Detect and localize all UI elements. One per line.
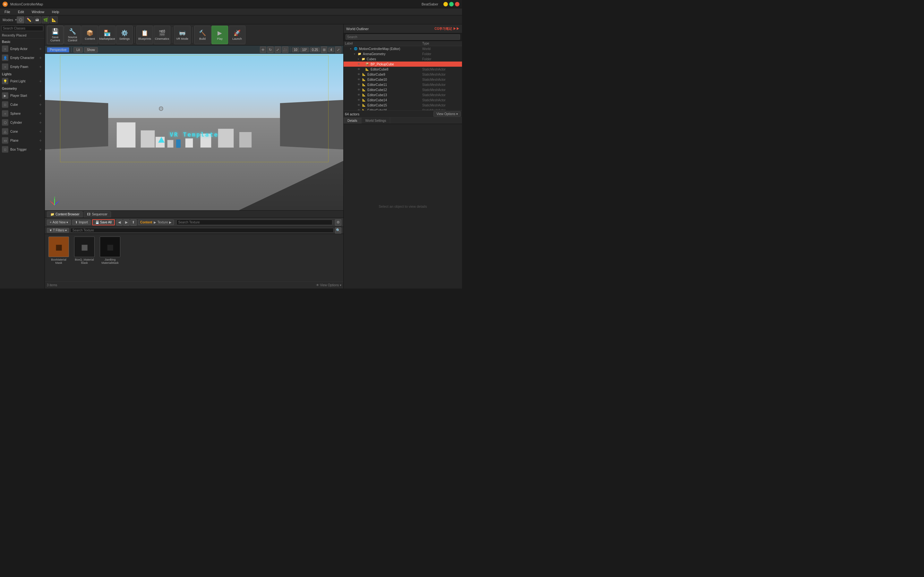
view-options-btn[interactable]: View Options ▾	[433, 111, 461, 117]
outliner-item-cube10[interactable]: 👁 📐 EditorCube10 StaticMeshActor	[344, 77, 462, 82]
category-lights[interactable]: Lights	[0, 71, 45, 77]
menu-help[interactable]: Help	[50, 9, 61, 15]
place-item-cone[interactable]: △ Cone +	[0, 127, 45, 136]
scale-snap-value[interactable]: 0.25	[310, 47, 320, 52]
vp-camera-btn[interactable]: 🎥	[282, 47, 288, 53]
plane-add[interactable]: +	[38, 138, 43, 143]
place-item-plane[interactable]: ▭ Plane +	[0, 136, 45, 145]
outliner-item-cube14[interactable]: 👁 📐 EditorCube14 StaticMeshActor	[344, 97, 462, 103]
place-item-player-start[interactable]: ▶ Player Start +	[0, 91, 45, 100]
mode-select-btn[interactable]: ⬡	[17, 16, 24, 23]
empty-pawn-add[interactable]: +	[38, 64, 43, 69]
cb-up-button[interactable]: ⬆	[130, 219, 137, 226]
content-button[interactable]: 📦 Content	[81, 26, 98, 44]
filter-search-btn[interactable]: 🔍	[335, 227, 341, 234]
outliner-item-cube8[interactable]: 👁 📐 EditorCube8 StaticMeshActor	[344, 67, 462, 72]
import-button[interactable]: ⬆ Import	[72, 219, 90, 225]
filter-search-input[interactable]	[70, 228, 334, 233]
category-basic[interactable]: Basic	[0, 39, 45, 44]
world-settings-tab[interactable]: World Settings	[362, 118, 391, 124]
vp-layer-btn[interactable]: ⊞	[321, 47, 327, 53]
minimize-button[interactable]	[443, 2, 448, 6]
empty-actor-icon: ○	[2, 45, 8, 52]
cb-back-button[interactable]: ◀	[116, 219, 123, 226]
cb-settings-button[interactable]: ⚙	[335, 219, 341, 226]
search-classes-input[interactable]	[1, 26, 43, 31]
outliner-item-bp-pickup[interactable]: 👁 📦 BP_PickupCube Edit BP_PickupCube	[344, 61, 462, 67]
player-start-add[interactable]: +	[38, 93, 43, 98]
menu-window[interactable]: Window	[30, 9, 46, 15]
content-item-2[interactable]: ◼ JianBing MaterialMask	[99, 237, 121, 264]
outliner-item-cube15[interactable]: 👁 📐 EditorCube15 StaticMeshActor	[344, 103, 462, 108]
outliner-item-cube12[interactable]: 👁 📐 EditorCube12 StaticMeshActor	[344, 87, 462, 92]
marketplace-button[interactable]: 🏪 Marketplace	[99, 26, 115, 44]
outliner-item-cube13[interactable]: 👁 📐 EditorCube13 StaticMeshActor	[344, 92, 462, 97]
view-options-button[interactable]: 👁 View Options ▾	[316, 284, 341, 287]
empty-actor-add[interactable]: +	[38, 47, 43, 51]
cb-forward-button[interactable]: ▶	[123, 219, 129, 226]
mode-paint-btn[interactable]: ✏️	[25, 16, 33, 23]
place-item-point-light[interactable]: 💡 Point Light +	[0, 77, 45, 85]
breadcrumb-content[interactable]: Content	[140, 221, 152, 224]
settings-button[interactable]: ⚙️ Settings	[116, 26, 133, 44]
category-geometry[interactable]: Geometry	[0, 85, 45, 91]
details-tab[interactable]: Details	[344, 118, 362, 124]
viewport[interactable]: VR Template ⚙ Perspective Lit Show ✛ ↻ ⤢…	[45, 45, 343, 210]
vp-translate-btn[interactable]: ✛	[260, 47, 266, 53]
cylinder-add[interactable]: +	[38, 120, 43, 125]
mode-landscape-btn[interactable]: 🏔	[33, 16, 41, 23]
perspective-btn[interactable]: Perspective	[47, 47, 69, 53]
close-button[interactable]	[455, 2, 459, 6]
vp-rotate-btn[interactable]: ↻	[267, 47, 274, 53]
breadcrumb-texture[interactable]: Texture	[158, 221, 168, 224]
place-item-empty-character[interactable]: 👤 Empty Character +	[0, 53, 45, 62]
box-trigger-add[interactable]: +	[38, 147, 43, 152]
save-all-button[interactable]: 💾 Save All	[92, 219, 115, 226]
outliner-item-cube16[interactable]: 👁 📐 EditorCube16 StaticMeshActor	[344, 108, 462, 110]
maximize-button[interactable]	[449, 2, 454, 6]
place-item-empty-actor[interactable]: ○ Empty Actor +	[0, 44, 45, 53]
sphere-add[interactable]: +	[38, 111, 43, 116]
place-item-empty-pawn[interactable]: ○ Empty Pawn +	[0, 62, 45, 71]
mode-foliage-btn[interactable]: 🌿	[42, 16, 49, 23]
menu-file[interactable]: File	[3, 9, 12, 15]
mode-mesh-btn[interactable]: 📐	[50, 16, 58, 23]
outliner-item-cube9[interactable]: 👁 📐 EditorCube9 StaticMeshActor	[344, 72, 462, 77]
play-button[interactable]: ▶ Play	[212, 26, 228, 44]
angle-snap-value[interactable]: 10°	[300, 47, 309, 52]
content-browser-tab[interactable]: 📁 Content Browser	[47, 211, 83, 218]
place-item-box-trigger[interactable]: □ Box Trigger +	[0, 145, 45, 154]
source-control-button[interactable]: 🔧 Source Control	[64, 26, 81, 44]
cinematics-button[interactable]: 🎬 Cinematics	[153, 26, 170, 44]
content-item-0[interactable]: ◼ BoxMaterial Mask	[47, 237, 70, 264]
outliner-item-cubes[interactable]: ▾ 📁 Cubes Folder	[344, 56, 462, 61]
place-item-cylinder[interactable]: ⬡ Cylinder +	[0, 118, 45, 127]
outliner-item-world[interactable]: ▾ 🌐 MotionControllerMap (Editor) World	[344, 46, 462, 51]
launch-button[interactable]: 🚀 Launch	[229, 26, 246, 44]
point-light-add[interactable]: +	[38, 79, 43, 83]
content-item-1[interactable]: ◼ BoxQ_Material Mask	[73, 237, 95, 264]
outliner-search-input[interactable]	[346, 34, 460, 40]
show-btn[interactable]: Show	[84, 47, 98, 53]
outliner-item-cube11[interactable]: 👁 📐 EditorCube11 StaticMeshActor	[344, 82, 462, 87]
sequencer-tab[interactable]: 🎞 Sequencer	[84, 211, 111, 218]
filters-button[interactable]: ▼ T Filters ▾	[47, 228, 69, 233]
menu-edit[interactable]: Edit	[16, 9, 26, 15]
place-item-sphere[interactable]: ○ Sphere +	[0, 109, 45, 118]
vp-scale-btn[interactable]: ⤢	[275, 47, 281, 53]
add-new-button[interactable]: + Add New ▾	[47, 219, 71, 225]
empty-character-add[interactable]: +	[38, 55, 43, 60]
content-search-input[interactable]	[176, 219, 333, 225]
vp-maximize-btn[interactable]: ⤢	[335, 47, 341, 53]
save-current-button[interactable]: 💾 Save Current	[47, 26, 63, 44]
outliner-item-arena[interactable]: ▾ 📁 ArenaGeometry Folder	[344, 51, 462, 56]
cone-add[interactable]: +	[38, 129, 43, 134]
blueprints-button[interactable]: 📋 Blueprints	[136, 26, 153, 44]
cube-add[interactable]: +	[38, 102, 43, 107]
layer-value[interactable]: 4	[328, 47, 334, 52]
lit-btn[interactable]: Lit	[73, 47, 83, 53]
grid-snap-value[interactable]: 10	[292, 47, 299, 52]
vr-mode-button[interactable]: 🥽 VR Mode	[174, 26, 191, 44]
place-item-cube[interactable]: □ Cube +	[0, 100, 45, 109]
build-button[interactable]: 🔨 Build	[194, 26, 211, 44]
